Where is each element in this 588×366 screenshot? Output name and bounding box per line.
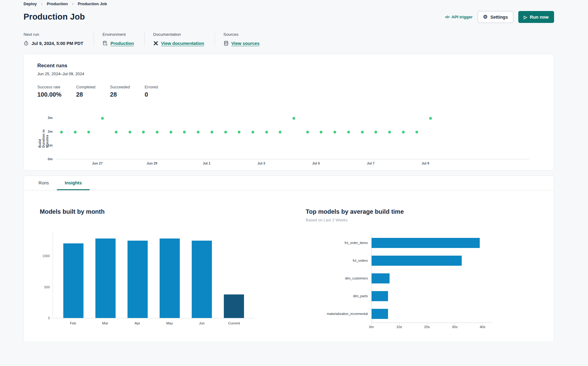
runs-insights-panel: Runs Insights Models built by month 0500… [24, 176, 554, 341]
next-run-block: Next run Jul 9, 2024, 5:00 PM PDT [24, 32, 94, 46]
database-environment-icon [102, 41, 108, 46]
models-by-month-block: Models built by month 05001000 FebMarApr… [40, 208, 306, 331]
environment-block: Environment Production [94, 32, 144, 46]
model-label: materialization_incremental [306, 312, 372, 316]
breadcrumb: Deploy › Production › Production Job [24, 0, 554, 6]
run-now-button[interactable]: ▷ Run now [518, 11, 554, 23]
settings-button-label: Settings [490, 15, 508, 20]
month-bar-current[interactable] [224, 294, 244, 318]
top-models-title: Top models by average build time [306, 208, 542, 215]
recent-runs-card: Recent runs Jun 25, 2024–Jul 09, 2024 Su… [24, 54, 554, 171]
recent-runs-stats: Success rate 100.00% Completed 28 Succee… [37, 85, 540, 98]
top-models-rows: fct_order_itemsfct_ordersdim_customersdi… [306, 234, 492, 323]
month-bar-mar[interactable] [95, 238, 116, 318]
header-actions: </> API trigger ⚙ Settings ▷ Run now [445, 11, 554, 23]
month-bars: 05001000 [53, 231, 254, 318]
chevron-right-icon: › [72, 1, 74, 6]
model-label: fct_order_items [306, 241, 372, 245]
stat-errored: Errored 0 [145, 85, 158, 98]
page-header: Production Job </> API trigger ⚙ Setting… [24, 11, 554, 23]
run-duration-chart: Build Duration in Minutes 0m1m2m3mJun 27… [56, 113, 529, 159]
stat-completed: Completed 28 [76, 85, 95, 98]
month-bar-apr[interactable] [128, 241, 148, 318]
insights-content: Models built by month 05001000 FebMarApr… [24, 190, 554, 331]
breadcrumb-production[interactable]: Production [47, 2, 68, 6]
settings-button[interactable]: ⚙ Settings [478, 11, 513, 23]
stat-success-rate: Success rate 100.00% [37, 85, 61, 98]
model-label: fct_orders [306, 259, 372, 262]
month-bar-jun[interactable] [192, 241, 212, 318]
stat-label: Errored [145, 85, 158, 89]
tab-insights[interactable]: Insights [57, 176, 90, 190]
stat-label: Completed [76, 85, 95, 89]
top-models-subtitle: Based on Last 2 Weeks [306, 218, 542, 222]
top-models-block: Top models by average build time Based o… [306, 208, 542, 331]
stat-value: 28 [110, 91, 130, 98]
view-documentation-link[interactable]: View documentation [161, 41, 204, 46]
build-time-bar-fct_orders[interactable] [372, 256, 462, 266]
build-time-bar-materialization_incremental[interactable] [372, 309, 388, 319]
code-icon: </> [445, 15, 449, 19]
recent-runs-date-range: Jun 25, 2024–Jul 09, 2024 [37, 72, 540, 76]
stat-value: 100.00% [37, 91, 61, 98]
model-label: dim_customers [306, 276, 372, 280]
dbt-logo-icon [153, 41, 158, 46]
month-category-label: May [153, 321, 186, 325]
stat-label: Succeeded [110, 85, 130, 89]
next-run-label: Next run [24, 32, 83, 37]
stat-value: 0 [145, 91, 158, 98]
tab-runs[interactable]: Runs [31, 176, 57, 190]
models-by-month-chart[interactable]: 05001000 FebMarAprMayJunCurrent [53, 231, 254, 325]
api-trigger-link[interactable]: </> API trigger [445, 15, 472, 19]
month-category-label: Feb [57, 321, 89, 325]
breadcrumb-production-job: Production Job [78, 2, 107, 6]
build-time-bar-dim_customers[interactable] [372, 273, 390, 283]
top-models-axis: 0m10s20s30s40s [372, 323, 492, 331]
build-time-bar-dim_parts[interactable] [372, 291, 388, 301]
breadcrumb-deploy[interactable]: Deploy [24, 2, 37, 6]
page: Deploy › Production › Production Job Pro… [0, 0, 588, 341]
view-sources-link[interactable]: View sources [231, 41, 260, 46]
play-icon: ▷ [524, 15, 527, 20]
alarm-clock-icon [24, 41, 29, 46]
run-scatter-plot[interactable]: 0m1m2m3mJun 27Jun 29Jul 1Jul 3Jul 5Jul 7… [56, 113, 529, 159]
environment-label: Environment [102, 32, 134, 37]
chevron-right-icon: › [41, 1, 43, 6]
page-title: Production Job [24, 12, 85, 22]
next-run-value: Jul 9, 2024, 5:00 PM PDT [31, 41, 83, 46]
tab-bar: Runs Insights [24, 176, 554, 190]
documentation-label: Documentation [153, 32, 204, 37]
stat-succeeded: Succeeded 28 [110, 85, 130, 98]
documentation-block: Documentation View documentation [144, 32, 215, 46]
models-by-month-title: Models built by month [40, 208, 306, 215]
sources-label: Sources [224, 32, 260, 37]
job-meta-row: Next run Jul 9, 2024, 5:00 PM PDT Enviro… [24, 32, 554, 46]
month-category-label: Apr [121, 321, 153, 325]
database-icon [224, 41, 229, 46]
environment-link[interactable]: Production [110, 41, 134, 46]
recent-runs-title: Recent runs [37, 63, 540, 69]
model-label: dim_parts [306, 294, 372, 298]
api-trigger-label: API trigger [452, 15, 473, 19]
month-category-label: Mar [89, 321, 121, 325]
month-bar-may[interactable] [160, 238, 180, 318]
month-bar-feb[interactable] [63, 243, 83, 318]
stat-value: 28 [76, 91, 95, 98]
sources-block: Sources View sources [215, 32, 270, 46]
scatter-y-axis-label: Build Duration in Minutes [38, 124, 49, 148]
stat-label: Success rate [37, 85, 61, 89]
gear-icon: ⚙ [483, 14, 488, 20]
month-category-label: Jun [186, 321, 218, 325]
run-now-button-label: Run now [530, 15, 549, 20]
build-time-bar-fct_order_items[interactable] [372, 238, 480, 248]
month-categories: FebMarAprMayJunCurrent [53, 321, 254, 325]
month-category-label: Current [218, 321, 250, 325]
top-models-chart[interactable]: fct_order_itemsfct_ordersdim_customersdi… [306, 234, 492, 331]
